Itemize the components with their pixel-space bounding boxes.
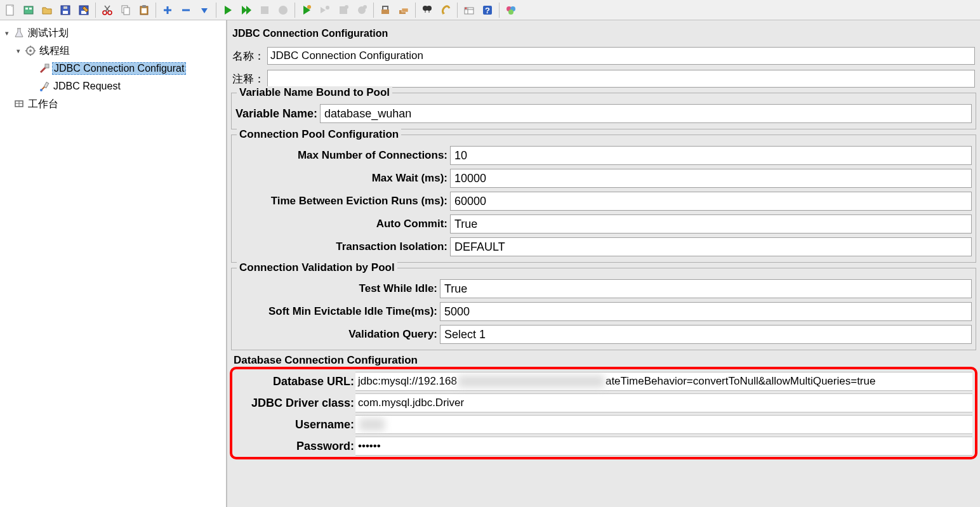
variable-name-input[interactable]: database_wuhan [320, 104, 972, 123]
jdbc-driver-label: JDBC Driver class: [235, 397, 355, 410]
tree-label: JDBC Connection Configurat [52, 62, 186, 75]
test-while-idle-label: Test While Idle: [235, 282, 440, 295]
tree-jdbc-config[interactable]: JDBC Connection Configurat [0, 60, 226, 77]
redacted-segment [458, 375, 604, 388]
svg-point-29 [363, 5, 367, 9]
password-input[interactable]: •••••• [355, 437, 972, 456]
help-icon[interactable]: ? [479, 1, 496, 19]
db-connection-highlight: Database URL: jdbc:mysql://192.168ateTim… [230, 367, 977, 459]
username-input[interactable] [355, 415, 972, 434]
database-url-input[interactable]: jdbc:mysql://192.168ateTimeBehavior=conv… [355, 372, 972, 391]
svg-text:?: ? [485, 6, 490, 15]
tree-workbench[interactable]: 工作台 [0, 95, 226, 113]
svg-rect-18 [142, 8, 147, 13]
svg-rect-46 [17, 28, 21, 29]
group-title: Connection Pool Configuration [237, 128, 401, 141]
svg-point-23 [279, 6, 288, 15]
shutdown-icon[interactable] [274, 1, 292, 19]
panel-title: JDBC Connection Configuration [227, 20, 980, 44]
clear-icon[interactable] [376, 1, 394, 19]
remote-start-all-icon[interactable] [316, 1, 334, 19]
validation-query-label: Validation Query: [235, 328, 440, 341]
svg-point-40 [465, 7, 467, 9]
paste-icon[interactable] [135, 1, 153, 19]
svg-rect-30 [381, 10, 389, 14]
svg-point-11 [108, 11, 112, 15]
svg-rect-55 [44, 82, 48, 88]
eviction-runs-label: Time Between Eviction Runs (ms): [235, 195, 450, 207]
tree-root-test-plan[interactable]: ▾ 测试计划 [0, 24, 226, 42]
new-file-icon[interactable] [1, 1, 19, 19]
collapse-icon[interactable] [177, 1, 195, 19]
tree-thread-group[interactable]: ▾ 线程组 [0, 42, 226, 60]
tree-jdbc-request[interactable]: JDBC Request [0, 77, 226, 95]
expand-icon[interactable] [159, 1, 176, 19]
clear-all-icon[interactable] [395, 1, 413, 19]
jdbc-driver-input[interactable]: com.mysql.jdbc.Driver [355, 393, 972, 412]
about-icon[interactable] [502, 1, 520, 19]
stop-icon[interactable] [256, 1, 274, 19]
collapse-toggle-icon[interactable]: ▾ [3, 29, 11, 37]
auto-commit-select[interactable]: True [450, 214, 972, 234]
toolbar: ? [0, 0, 980, 20]
svg-rect-6 [63, 11, 68, 14]
toggle-icon[interactable] [195, 1, 213, 19]
redacted-segment [359, 418, 385, 431]
remote-start-icon[interactable] [298, 1, 315, 19]
transaction-isolation-select[interactable]: DEFAULT [450, 237, 972, 256]
tree-label: 线程组 [38, 44, 71, 58]
save-icon[interactable] [56, 1, 74, 19]
username-label: Username: [235, 418, 355, 431]
max-connections-input[interactable]: 10 [450, 146, 972, 165]
reset-search-icon[interactable] [437, 1, 454, 19]
auto-commit-label: Auto Commit: [235, 218, 450, 230]
save-as-icon[interactable] [75, 1, 93, 19]
svg-rect-17 [142, 5, 146, 8]
name-input[interactable] [267, 47, 975, 65]
variable-name-group: Variable Name Bound to Pool Variable Nam… [231, 93, 976, 129]
search-icon[interactable] [418, 1, 436, 19]
toolbar-separator [373, 3, 374, 18]
toolbar-separator [95, 3, 96, 18]
variable-name-label: Variable Name: [235, 107, 320, 121]
remote-stop-icon[interactable] [334, 1, 352, 19]
max-wait-label: Max Wait (ms): [235, 172, 450, 185]
comment-input[interactable] [267, 70, 975, 88]
cut-icon[interactable] [98, 1, 116, 19]
connection-pool-group: Connection Pool Configuration Max Number… [231, 135, 976, 263]
svg-point-27 [345, 5, 348, 9]
test-while-idle-select[interactable]: True [440, 279, 972, 298]
soft-min-evictable-input[interactable]: 5000 [440, 302, 972, 321]
connection-validation-group: Connection Validation by Pool Test While… [231, 268, 976, 350]
start-icon[interactable] [219, 1, 237, 19]
soft-min-evictable-label: Soft Min Evictable Idle Time(ms): [235, 305, 440, 318]
svg-rect-32 [402, 8, 408, 12]
open-icon[interactable] [38, 1, 56, 19]
sampler-icon [38, 80, 51, 93]
comment-label: 注释： [232, 72, 265, 86]
group-title: Variable Name Bound to Pool [237, 86, 392, 99]
validation-query-input[interactable]: Select 1 [440, 325, 972, 344]
eviction-runs-input[interactable]: 60000 [450, 192, 972, 211]
tree-label: 测试计划 [27, 26, 70, 41]
copy-icon[interactable] [117, 1, 135, 19]
config-icon [38, 62, 51, 75]
svg-point-57 [40, 89, 43, 91]
tree-label: 工作台 [27, 97, 60, 112]
svg-point-48 [29, 49, 32, 52]
svg-point-10 [103, 11, 107, 15]
collapse-toggle-icon[interactable]: ▾ [14, 47, 23, 55]
start-no-pause-icon[interactable] [237, 1, 255, 19]
svg-point-24 [307, 5, 311, 9]
templates-icon[interactable] [20, 1, 37, 19]
workbench-icon [13, 98, 25, 110]
function-helper-icon[interactable] [460, 1, 478, 19]
remote-shutdown-icon[interactable] [353, 1, 371, 19]
max-wait-input[interactable]: 10000 [450, 169, 972, 188]
transaction-isolation-label: Transaction Isolation: [235, 240, 450, 253]
svg-rect-2 [24, 6, 33, 14]
toolbar-separator [499, 3, 500, 18]
tree-label: JDBC Request [52, 80, 122, 93]
svg-rect-7 [63, 6, 67, 9]
config-panel: JDBC Connection Configuration 名称： 注释： Va… [227, 20, 980, 507]
